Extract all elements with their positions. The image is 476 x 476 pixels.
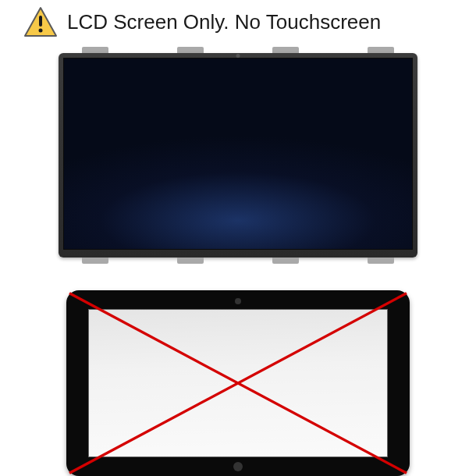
- lcd-display-area: [63, 58, 413, 250]
- home-button-icon: [233, 462, 243, 471]
- warning-icon: [23, 6, 58, 37]
- touchscreen-bezel: [66, 290, 410, 476]
- header: LCD Screen Only. No Touchscreen: [0, 6, 476, 37]
- touchscreen-illustration: [66, 290, 410, 476]
- header-text: LCD Screen Only. No Touchscreen: [67, 10, 381, 34]
- product-notice: LCD Screen Only. No Touchscreen: [0, 0, 476, 476]
- lcd-bezel: [59, 53, 417, 258]
- touchscreen-glass: [88, 309, 388, 457]
- lcd-top-mount-tabs: [59, 47, 417, 53]
- svg-rect-1: [39, 16, 42, 27]
- svg-point-2: [39, 29, 43, 33]
- lcd-bottom-mount-tabs: [59, 258, 417, 264]
- lcd-screen-illustration: [59, 47, 417, 264]
- camera-icon: [235, 298, 241, 304]
